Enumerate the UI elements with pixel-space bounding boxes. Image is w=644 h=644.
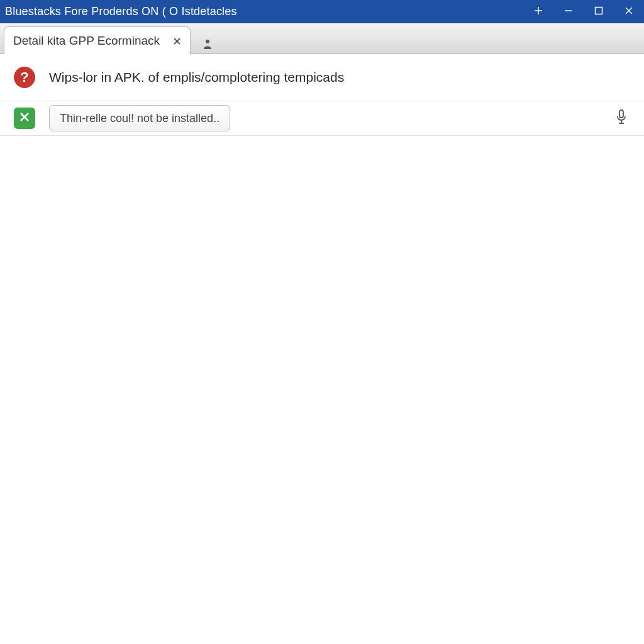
tab-title: Detail kita GPP Ecorminack xyxy=(13,34,160,48)
maximize-icon xyxy=(594,5,603,18)
titlebar: Bluestacks Fore Proderds ON ( O Istdetac… xyxy=(0,0,644,23)
status-row: Thin-relle coul! not be installed.. xyxy=(0,101,644,136)
tab-close-button[interactable] xyxy=(171,35,182,47)
svg-rect-11 xyxy=(619,110,623,118)
tabstrip: Detail kita GPP Ecorminack xyxy=(0,23,644,54)
mic-button[interactable] xyxy=(613,109,630,127)
close-icon xyxy=(625,5,633,18)
user-tab-button[interactable] xyxy=(199,37,216,53)
user-icon xyxy=(203,39,212,52)
status-message: Thin-relle coul! not be installed.. xyxy=(60,112,219,125)
maximize-button[interactable] xyxy=(584,0,614,23)
minimize-button[interactable] xyxy=(553,0,584,23)
svg-point-8 xyxy=(206,40,209,43)
close-window-button[interactable] xyxy=(614,0,644,23)
close-icon xyxy=(174,34,180,48)
window-title: Bluestacks Fore Proderds ON ( O Istdetac… xyxy=(5,5,523,18)
header-row: ? Wips-lor in APK. of emplis/comploterin… xyxy=(0,54,644,101)
page-title: Wips-lor in APK. of emplis/complotering … xyxy=(49,70,344,85)
x-badge-icon xyxy=(19,112,30,125)
new-tab-button[interactable] xyxy=(523,0,553,23)
tab-detail[interactable]: Detail kita GPP Ecorminack xyxy=(4,26,191,54)
minimize-icon xyxy=(564,5,573,18)
content-area xyxy=(0,136,644,644)
svg-rect-3 xyxy=(596,8,602,14)
window-controls xyxy=(523,0,644,23)
status-badge xyxy=(14,108,35,129)
plus-icon xyxy=(534,5,543,18)
question-glyph: ? xyxy=(20,69,28,86)
mic-icon xyxy=(616,109,627,127)
question-icon: ? xyxy=(14,67,35,88)
status-chip[interactable]: Thin-relle coul! not be installed.. xyxy=(49,105,230,131)
